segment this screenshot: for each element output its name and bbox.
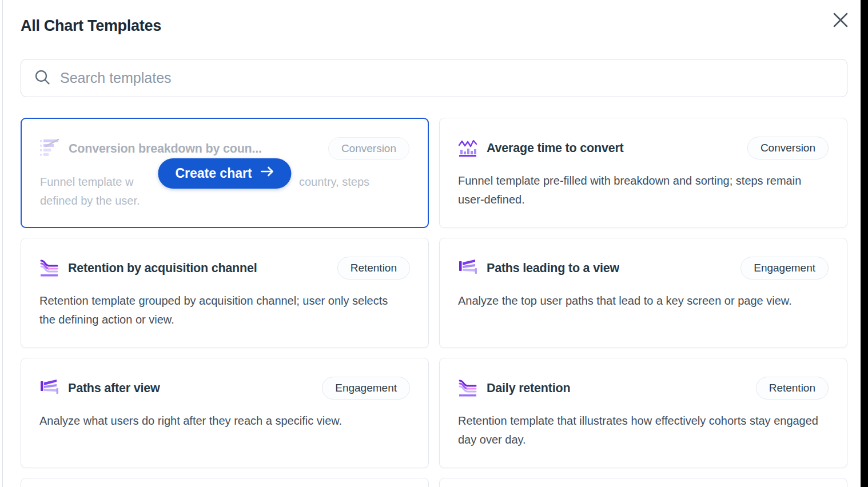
retention-curves-icon [39, 258, 59, 278]
template-card-cut-off[interactable] [439, 478, 847, 487]
template-title: Average time to convert [487, 141, 624, 155]
template-title: Paths after view [68, 381, 160, 396]
template-card-paths-leading-to-a-view[interactable]: Paths leading to a view Engagement Analy… [439, 238, 847, 348]
retention-curves-icon [458, 378, 477, 398]
search-input[interactable] [60, 70, 834, 86]
create-chart-button[interactable]: Create chart [158, 158, 291, 189]
template-description: Funnel template pre-filled with breakdow… [458, 171, 818, 209]
template-card-daily-retention[interactable]: Daily retention Retention Retention temp… [439, 358, 847, 468]
search-icon [34, 69, 51, 88]
template-title: Paths leading to a view [487, 261, 619, 276]
close-icon [831, 11, 850, 31]
category-badge: Retention [337, 257, 410, 280]
template-title: Retention by acquisition channel [68, 261, 257, 276]
close-button[interactable] [830, 10, 851, 31]
search-bar[interactable] [21, 59, 847, 97]
screen-edge-black-strip [861, 0, 868, 487]
template-description: country, steps [299, 173, 369, 191]
chart-templates-modal: { "modal": { "title": "All Chart Templat… [0, 0, 868, 487]
template-description: defined by the user. [40, 191, 140, 210]
template-description: Funnel template w [40, 173, 133, 191]
category-badge: Retention [756, 377, 829, 400]
category-badge: Conversion [747, 137, 829, 159]
template-card-retention-by-acquisition-channel[interactable]: Retention by acquisition channel Retenti… [21, 238, 429, 348]
template-description: Analyze the top user paths that lead to … [458, 292, 818, 310]
category-badge: Engagement [740, 257, 829, 280]
template-description: Analyze what users do right after they r… [39, 412, 400, 430]
template-title: Conversion breakdown by coun... [69, 142, 262, 156]
arrow-right-icon [260, 165, 276, 181]
create-chart-label: Create chart [175, 166, 252, 181]
modal-title: All Chart Templates [21, 17, 161, 35]
template-title: Daily retention [487, 381, 570, 396]
template-grid: Conversion breakdown by coun... Conversi… [21, 118, 847, 487]
combo-chart-icon [458, 138, 477, 158]
template-description: Retention template grouped by acquisitio… [39, 292, 400, 329]
paths-icon [458, 258, 477, 278]
category-badge: Engagement [322, 377, 410, 400]
page-edge-divider [2, 0, 3, 487]
funnel-bars-icon [40, 139, 59, 158]
template-card-conversion-breakdown[interactable]: Conversion breakdown by coun... Conversi… [21, 118, 429, 228]
paths-icon [39, 378, 59, 398]
template-description: Retention template that illustrates how … [458, 412, 818, 449]
template-card-cut-off[interactable] [21, 478, 429, 487]
category-badge: Conversion [328, 137, 409, 160]
template-card-average-time-to-convert[interactable]: Average time to convert Conversion Funne… [439, 118, 847, 228]
template-card-paths-after-view[interactable]: Paths after view Engagement Analyze what… [21, 358, 429, 468]
